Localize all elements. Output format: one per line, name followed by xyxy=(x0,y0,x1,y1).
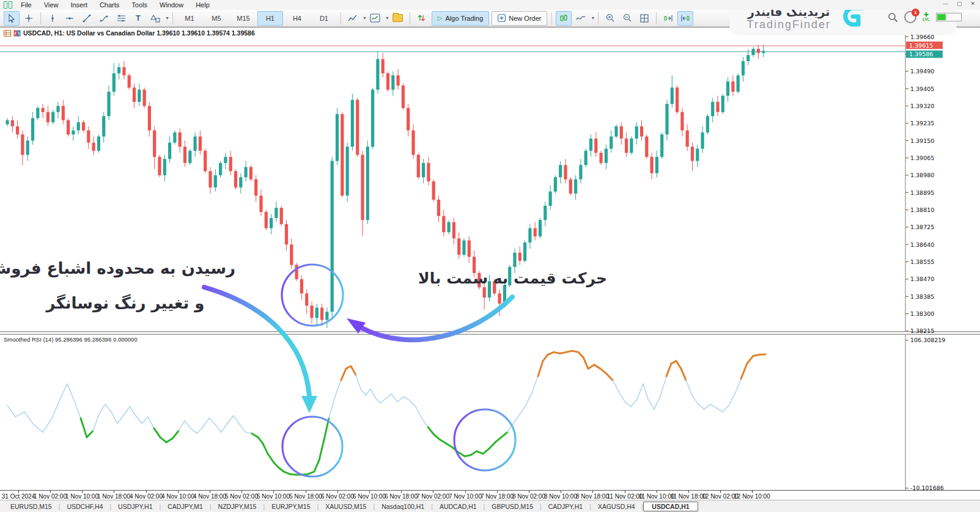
candle xyxy=(179,133,182,147)
rsi-pane[interactable]: Smoothed RSI (14) 95.286396 95.286396 0.… xyxy=(0,335,980,490)
candle xyxy=(11,120,14,126)
timeframe-button-h4[interactable]: H4 xyxy=(284,11,310,26)
symbol-tab-nzdjpym15[interactable]: NZDJPY,M15 xyxy=(212,502,263,511)
notifications-icon[interactable]: 1 xyxy=(904,11,916,23)
symbol-tab-usdjpyh1[interactable]: USDJPY,H1 xyxy=(111,502,159,511)
level-icon[interactable]: ✚LVL xyxy=(923,13,930,21)
chevron-down-icon[interactable]: ▼ xyxy=(363,16,367,20)
candle xyxy=(310,305,313,318)
timeframe-button-h1[interactable]: H1 xyxy=(257,11,283,26)
auto-scroll-icon[interactable] xyxy=(677,11,693,26)
timeframe-button-m5[interactable]: M5 xyxy=(204,11,229,26)
restore-icon[interactable]: ▢ xyxy=(957,1,962,7)
candle xyxy=(376,59,379,90)
candle xyxy=(397,75,400,86)
candle xyxy=(660,134,663,157)
menu-item-file[interactable]: File xyxy=(15,1,38,9)
candle xyxy=(168,142,171,159)
text-tool-icon[interactable]: T xyxy=(130,11,146,26)
symbol-tab-gbpusdm15[interactable]: GBPUSD,M15 xyxy=(485,502,540,511)
symbol-tab-eurusdm15[interactable]: EURUSD,M15 xyxy=(4,502,59,511)
cursor-icon[interactable] xyxy=(4,11,20,26)
candle xyxy=(564,165,567,179)
candles-mode-icon[interactable] xyxy=(556,11,572,26)
shift-end-icon[interactable] xyxy=(660,11,676,26)
chevron-down-icon[interactable]: ▼ xyxy=(165,16,169,20)
time-axis-label: 12 Nov 02:00 xyxy=(702,493,739,500)
mt5-logo-icon xyxy=(4,1,12,9)
trade-levels-icon[interactable] xyxy=(414,11,430,26)
candle xyxy=(320,308,323,320)
folder-icon[interactable] xyxy=(390,11,406,26)
close-icon[interactable]: ✕ xyxy=(970,1,975,7)
rsi-chart[interactable]: 106.308219-10.101686 xyxy=(0,335,980,490)
line-chart-icon[interactable] xyxy=(345,11,361,26)
candle xyxy=(67,120,70,134)
time-axis-label: 4 Nov 10:00 xyxy=(161,493,194,500)
menu-item-help[interactable]: Help xyxy=(190,1,216,9)
menu-item-window[interactable]: Window xyxy=(153,1,190,9)
candle xyxy=(762,51,765,53)
symbol-tab-xauusdm15[interactable]: XAUUSD,M15 xyxy=(319,502,373,511)
timeframe-button-d1[interactable]: D1 xyxy=(311,11,337,26)
candle xyxy=(305,293,308,305)
symbol-tab-audcadh1[interactable]: AUDCAD,H1 xyxy=(433,502,484,511)
vertical-line-icon[interactable] xyxy=(45,11,61,26)
chevron-down-icon[interactable]: ▼ xyxy=(591,16,595,20)
candle xyxy=(290,244,293,265)
candle xyxy=(726,81,729,95)
symbol-tab-xagusdh4[interactable]: XAGUSD,H4 xyxy=(591,502,642,511)
chevron-down-icon[interactable]: ▼ xyxy=(385,16,389,20)
menu-item-insert[interactable]: Insert xyxy=(64,1,94,9)
annotation-oversold-line2: و تغییر رنگ نوسانگر xyxy=(15,294,235,312)
candle xyxy=(543,206,547,220)
horizontal-line-icon[interactable] xyxy=(62,11,78,26)
candle xyxy=(498,293,501,304)
candle xyxy=(102,116,105,136)
crosshair-icon[interactable] xyxy=(21,11,37,26)
candle xyxy=(645,136,648,156)
candle xyxy=(82,122,85,130)
play-icon: ▷ xyxy=(438,15,443,21)
candle xyxy=(274,208,278,218)
candle xyxy=(336,114,339,161)
new-order-button[interactable]: New Order xyxy=(492,11,547,26)
one-click-trading-icon[interactable] xyxy=(13,30,21,37)
candle xyxy=(72,130,75,134)
indicator-window-icon[interactable] xyxy=(367,11,383,26)
symbol-tab-eurjpym15[interactable]: EURJPY,M15 xyxy=(265,502,317,511)
search-icon[interactable] xyxy=(888,12,898,23)
candle xyxy=(610,136,613,148)
zoom-in-icon[interactable] xyxy=(602,11,618,26)
menu-item-tools[interactable]: Tools xyxy=(125,1,153,9)
candle xyxy=(559,165,562,177)
minimize-icon[interactable]: — xyxy=(943,1,948,7)
depth-icon[interactable] xyxy=(4,30,11,37)
candle xyxy=(77,122,80,130)
price-tick: 1.39065 xyxy=(910,155,934,161)
symbol-tab-cadjpym1[interactable]: CADJPY,M1 xyxy=(161,502,210,511)
polyline-icon[interactable] xyxy=(96,11,112,26)
symbol-tab-usdcadh1[interactable]: USDCAD,H1 xyxy=(643,502,698,511)
candle xyxy=(432,181,435,200)
zoom-out-icon[interactable] xyxy=(619,11,635,26)
equidistant-channel-icon[interactable] xyxy=(113,11,129,26)
symbol-tab-cadjpyh1[interactable]: CADJPY,H1 xyxy=(542,502,589,511)
menu-item-charts[interactable]: Charts xyxy=(94,1,125,9)
candle xyxy=(574,179,577,193)
tile-windows-icon[interactable] xyxy=(636,11,652,26)
indicator-wave-icon[interactable] xyxy=(573,11,589,26)
candle xyxy=(579,165,582,179)
algo-trading-button[interactable]: ▷ Algo Trading xyxy=(432,11,489,26)
time-axis-label: 7 Nov 02:00 xyxy=(416,493,449,500)
timeframe-button-m15[interactable]: M15 xyxy=(230,11,256,26)
shapes-icon[interactable] xyxy=(147,11,163,26)
trendline-icon[interactable] xyxy=(79,11,95,26)
bid-price-badge: 1.39586 xyxy=(909,51,933,57)
symbol-tab-nasdaq100h1[interactable]: Nasdaq100,H1 xyxy=(375,502,431,511)
time-axis-label: 11 Nov 02:00 xyxy=(607,493,643,500)
menu-item-view[interactable]: View xyxy=(38,1,65,9)
candle xyxy=(254,179,257,196)
symbol-tab-usdchfh4[interactable]: USDCHF,H4 xyxy=(60,502,109,511)
timeframe-button-m1[interactable]: M1 xyxy=(177,11,202,26)
